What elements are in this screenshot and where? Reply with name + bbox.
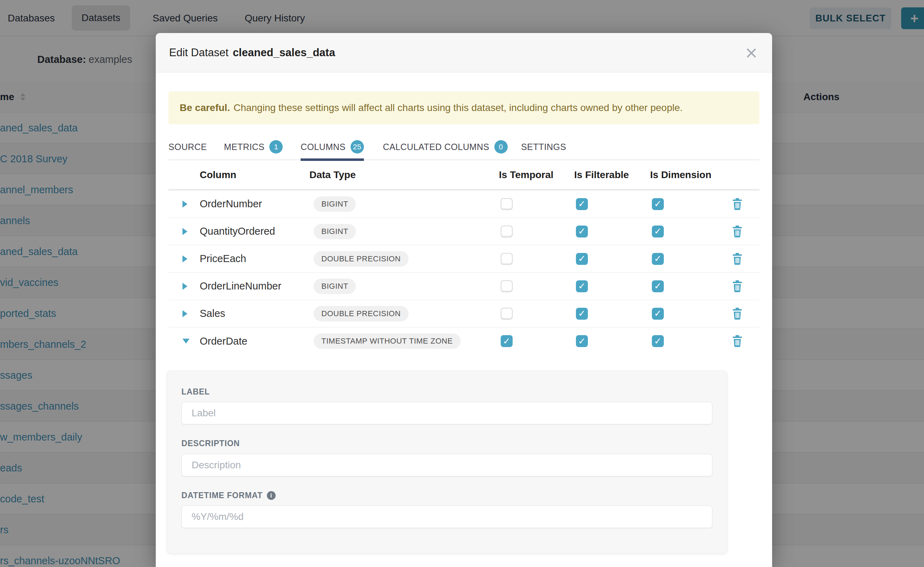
column-row: QuantityOrdered BIGINT: [169, 218, 760, 245]
data-type-pill: BIGINT: [314, 224, 356, 239]
tab-source[interactable]: SOURCE: [169, 134, 207, 160]
delete-column-icon[interactable]: [732, 308, 743, 320]
tab-settings[interactable]: SETTINGS: [521, 134, 566, 160]
expand-caret-icon[interactable]: [182, 283, 187, 290]
is-filterable-checkbox[interactable]: [576, 198, 588, 210]
expand-caret-icon[interactable]: [182, 255, 187, 262]
label-input[interactable]: [181, 402, 712, 424]
columns-table-header: Column Data Type Is Temporal Is Filterab…: [169, 160, 760, 190]
delete-column-icon[interactable]: [732, 198, 743, 210]
column-row: OrderLineNumber BIGINT: [169, 273, 760, 300]
tab-calculated-columns[interactable]: CALCULATED COLUMNS 0: [383, 134, 508, 160]
tab-columns[interactable]: COLUMNS 25: [301, 134, 364, 160]
modal-header: Edit Dataset cleaned_sales_data: [156, 33, 772, 72]
modal-title-prefix: Edit Dataset: [169, 46, 229, 59]
datetime-format-input[interactable]: [181, 506, 712, 528]
is-dimension-checkbox[interactable]: [652, 308, 664, 320]
column-row: PriceEach DOUBLE PRECISION: [169, 245, 760, 273]
modal-body: Be careful. Changing these settings will…: [156, 92, 772, 553]
is-temporal-checkbox[interactable]: [501, 225, 513, 237]
delete-column-icon[interactable]: [732, 253, 743, 265]
is-temporal-checkbox[interactable]: [501, 335, 513, 347]
data-type-pill: DOUBLE PRECISION: [314, 251, 409, 267]
data-type-header: Data Type: [309, 160, 356, 189]
warning-banner-text: Changing these settings will affect all …: [233, 102, 682, 114]
is-filterable-checkbox[interactable]: [576, 308, 588, 320]
columns-table-body: OrderNumber BIGINT: [169, 190, 760, 355]
is-filterable-checkbox[interactable]: [576, 335, 588, 347]
modal-tabs: SOURCE METRICS 1 COLUMNS 25 CALCULATED C…: [169, 134, 760, 160]
label-field-label: LABEL: [181, 387, 210, 397]
is-temporal-checkbox[interactable]: [501, 308, 513, 320]
is-dimension-checkbox[interactable]: [652, 280, 664, 292]
is-filterable-checkbox[interactable]: [576, 253, 588, 265]
close-icon[interactable]: [745, 47, 757, 59]
delete-column-icon[interactable]: [732, 280, 743, 292]
is-dimension-checkbox[interactable]: [652, 335, 664, 347]
info-icon[interactable]: i: [267, 491, 275, 500]
edit-dataset-modal: Edit Dataset cleaned_sales_data Be caref…: [156, 33, 772, 567]
delete-column-icon[interactable]: [732, 335, 743, 347]
column-header: Column: [200, 160, 236, 189]
data-type-pill: BIGINT: [314, 279, 356, 294]
is-filterable-checkbox[interactable]: [576, 225, 588, 237]
description-field-label: DESCRIPTION: [181, 439, 240, 448]
tab-metrics[interactable]: METRICS 1: [224, 134, 283, 160]
field-label-text: LABEL: [181, 387, 210, 397]
column-name: PriceEach: [200, 245, 246, 272]
tab-label: METRICS: [224, 142, 264, 152]
expand-caret-icon[interactable]: [182, 339, 190, 344]
modal-title-dataset-name: cleaned_sales_data: [233, 46, 335, 59]
is-filterable-header: Is Filterable: [574, 160, 629, 189]
datetime-format-field-label: DATETIME FORMAT i: [181, 491, 275, 500]
screen: Databases Datasets Saved Queries Query H…: [0, 0, 924, 567]
column-detail-panel: LABEL DESCRIPTION DATETIME FORMAT i: [167, 370, 727, 553]
column-name: QuantityOrdered: [200, 218, 275, 245]
data-type-pill: BIGINT: [314, 196, 356, 212]
is-dimension-header: Is Dimension: [650, 160, 711, 189]
column-row: OrderDate TIMESTAMP WITHOUT TIME ZONE: [169, 327, 760, 355]
column-row: Sales DOUBLE PRECISION: [169, 300, 760, 327]
data-type-pill: TIMESTAMP WITHOUT TIME ZONE: [314, 333, 460, 349]
tab-label: SOURCE: [169, 142, 207, 152]
is-dimension-checkbox[interactable]: [652, 225, 664, 237]
columns-table: Column Data Type Is Temporal Is Filterab…: [169, 160, 760, 553]
is-temporal-header: Is Temporal: [499, 160, 554, 189]
tab-count-badge: 25: [351, 140, 364, 153]
tab-label: CALCULATED COLUMNS: [383, 142, 489, 152]
field-label-text: DESCRIPTION: [181, 439, 240, 448]
description-input[interactable]: [181, 454, 712, 476]
column-name: OrderLineNumber: [200, 273, 281, 300]
is-temporal-checkbox[interactable]: [501, 198, 513, 210]
column-name: OrderNumber: [200, 190, 262, 218]
tab-label: SETTINGS: [521, 142, 566, 152]
delete-column-icon[interactable]: [732, 225, 743, 237]
warning-banner: Be careful. Changing these settings will…: [169, 92, 760, 124]
column-name: Sales: [200, 300, 226, 327]
modal-title: Edit Dataset cleaned_sales_data: [169, 33, 335, 72]
is-dimension-checkbox[interactable]: [652, 198, 664, 210]
field-label-text: DATETIME FORMAT: [181, 491, 263, 500]
column-row: OrderNumber BIGINT: [169, 190, 760, 218]
data-type-pill: DOUBLE PRECISION: [314, 306, 409, 321]
tab-label: COLUMNS: [301, 142, 346, 152]
is-temporal-checkbox[interactable]: [501, 253, 513, 265]
column-name: OrderDate: [200, 327, 247, 355]
warning-banner-bold: Be careful.: [180, 102, 230, 114]
is-filterable-checkbox[interactable]: [576, 280, 588, 292]
expand-caret-icon[interactable]: [182, 201, 187, 208]
tab-count-badge: 1: [269, 140, 283, 153]
expand-caret-icon[interactable]: [182, 228, 187, 235]
is-temporal-checkbox[interactable]: [501, 280, 513, 292]
tab-count-badge: 0: [494, 140, 508, 153]
is-dimension-checkbox[interactable]: [652, 253, 664, 265]
expand-caret-icon[interactable]: [182, 310, 187, 317]
